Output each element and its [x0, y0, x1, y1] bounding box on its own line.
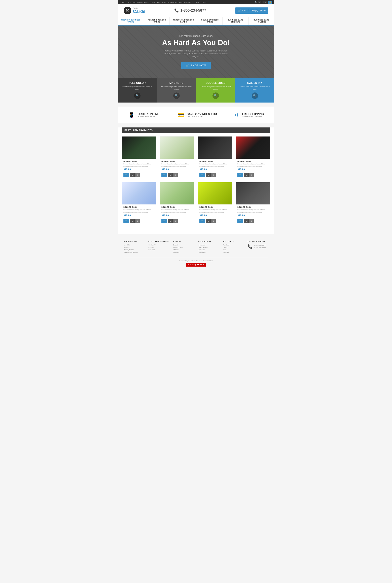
- footer-col-5: ONLINE SUPPORT 📞 1-800-234-5677 1-400-23…: [248, 240, 268, 254]
- product-name-5: DOLORE IPSUM: [124, 206, 154, 208]
- nav-account[interactable]: MY ACCOUNT: [137, 1, 149, 3]
- cart-items: 0 ITEM(S) - $0.00: [248, 9, 266, 12]
- footer-link-4-2[interactable]: RSS: [223, 249, 244, 251]
- nav-online-cards[interactable]: ONLINE BUSINESS CARDS: [198, 17, 222, 25]
- add-to-cart-8[interactable]: 🛒: [238, 219, 243, 223]
- footer-grid: INFORMATIONAbout UsDeliveryPrivacy Polic…: [124, 240, 268, 254]
- logo[interactable]: BC Business Cards: [124, 7, 145, 14]
- creditcard-icon: 💳: [177, 112, 184, 118]
- compare-5[interactable]: ≡: [135, 219, 140, 223]
- add-to-cart-7[interactable]: 🛒: [200, 219, 205, 223]
- compare-7[interactable]: ≡: [211, 219, 216, 223]
- nav-contact[interactable]: CONTACT US: [179, 1, 191, 3]
- product-name-4: DOLORE IPSUM: [238, 160, 268, 162]
- feature-doublesided: DOUBLE SIDED Finalize diem proin fututur…: [196, 78, 235, 102]
- copyright: Powered by OpenCart Business Cards © 201…: [179, 260, 213, 262]
- product-card-1: DOLORE IPSUM Donec vitae diam ut purus l…: [122, 136, 156, 179]
- footer-link-1-0[interactable]: Contact Us: [148, 244, 169, 246]
- nav-stickers[interactable]: BUSINESS CARD STICKERS: [222, 17, 249, 25]
- compare-8[interactable]: ≡: [249, 219, 254, 223]
- add-to-cart-4[interactable]: 🛒: [238, 173, 243, 177]
- product-actions-2: 🛒 ★ ≡: [160, 173, 194, 179]
- footer-link-3-0[interactable]: My Account: [198, 244, 219, 246]
- footer-link-3-1[interactable]: Order History: [198, 246, 219, 248]
- add-to-cart-3[interactable]: 🛒: [200, 173, 205, 177]
- footer-link-4-3[interactable]: YouTube: [223, 251, 244, 253]
- nav-folded-cards[interactable]: FOLDED BUSINESS CARDS: [144, 17, 170, 25]
- wishlist-5[interactable]: ★: [130, 219, 135, 223]
- phone-icon: 📞: [174, 8, 179, 13]
- language-selector[interactable]: En: [262, 1, 267, 4]
- main-nav: PREMIUM BUSINESS CARDS FOLDED BUSINESS C…: [118, 17, 274, 26]
- info-divider-1: [168, 111, 168, 119]
- shop-now-button[interactable]: 🛒 SHOP NOW: [181, 62, 211, 69]
- footer-link-1-1[interactable]: Returns: [148, 246, 169, 248]
- footer-link-0-0[interactable]: About Us: [124, 244, 144, 246]
- wishlist-3[interactable]: ★: [206, 173, 211, 177]
- compare-2[interactable]: ≡: [173, 173, 178, 177]
- add-to-cart-5[interactable]: 🛒: [124, 219, 129, 223]
- feature-magnetic-title: MAGNETIC: [160, 82, 193, 84]
- product-price-6: $25.99: [162, 214, 192, 217]
- footer-link-2-1[interactable]: Gift Vouchers: [173, 246, 194, 248]
- wishlist-4[interactable]: ★: [244, 173, 249, 177]
- cart-button[interactable]: 🛒 Cart: 0 ITEM(S) - $0.00: [235, 8, 268, 14]
- footer-link-4-1[interactable]: Twitter: [223, 246, 244, 248]
- nav-holders[interactable]: BUSINESS CARD HOLDERS: [249, 17, 274, 25]
- wishlist-6[interactable]: ★: [168, 219, 173, 223]
- add-to-cart-1[interactable]: 🛒: [124, 173, 129, 177]
- wishlist-1[interactable]: ★: [130, 173, 135, 177]
- top-bar-right: 🔍 $ En 🔒: [255, 0, 272, 4]
- product-image-6: [160, 182, 194, 204]
- product-card-3: DOLORE IPSUM Donec vitae diam ut purus l…: [198, 136, 232, 179]
- info-save-sub: USE CREDIT CARD: [187, 116, 217, 118]
- phone-info-icon: 📱: [128, 112, 135, 118]
- product-card-2: DOLORE IPSUM Donec vitae diam ut purus l…: [160, 136, 194, 179]
- nav-forum[interactable]: FORUM: [192, 1, 199, 3]
- compare-3[interactable]: ≡: [211, 173, 216, 177]
- footer-link-3-3[interactable]: Newsletter: [198, 251, 219, 253]
- currency-selector[interactable]: $: [258, 1, 261, 4]
- footer-link-0-3[interactable]: Terms & Conditions: [124, 251, 144, 253]
- footer-link-0-1[interactable]: Delivery: [124, 246, 144, 248]
- compare-6[interactable]: ≡: [173, 219, 178, 223]
- phone-number: 1-800-234-5677: [180, 8, 206, 13]
- support-phone2: 1-400-234-5678: [254, 247, 266, 249]
- footer-link-0-2[interactable]: Privacy Policy: [124, 249, 144, 251]
- product-actions-6: 🛒 ★ ≡: [160, 219, 194, 225]
- add-to-cart-2[interactable]: 🛒: [162, 173, 167, 177]
- wishlist-7[interactable]: ★: [206, 219, 211, 223]
- footer-link-2-0[interactable]: Brands: [173, 244, 194, 246]
- nav-personal-cards[interactable]: PERSONAL BUSINESS CARDS: [170, 17, 198, 25]
- info-save: 💳 SAVE 20% WHEN YOU USE CREDIT CARD: [177, 112, 217, 118]
- feature-doublesided-search[interactable]: 🔍: [212, 92, 219, 99]
- footer-link-3-2[interactable]: Wish List: [198, 249, 219, 251]
- footer-link-2-2[interactable]: Affiliates: [173, 249, 194, 251]
- header: BC Business Cards 📞 1-800-234-5677 🛒 Car…: [118, 4, 274, 17]
- footer-link-2-3[interactable]: Specials: [173, 251, 194, 253]
- feature-raisedink-search[interactable]: 🔍: [252, 92, 258, 99]
- footer-support-text-5: 1-800-234-5677 1-400-234-5678: [254, 244, 266, 249]
- hero-section: Let Your Business Card Work As Hard As Y…: [118, 26, 274, 78]
- nav-home[interactable]: HOME: [120, 1, 125, 3]
- wishlist-2[interactable]: ★: [168, 173, 173, 177]
- footer-link-4-0[interactable]: Facebook: [223, 244, 244, 246]
- nav-checkout[interactable]: CHECKOUT: [168, 1, 178, 3]
- search-icon[interactable]: 🔍: [255, 1, 257, 3]
- feature-fullcolor-desc: Finalize diem proin fututur luctus nulla…: [121, 86, 154, 90]
- wishlist-8[interactable]: ★: [244, 219, 249, 223]
- nav-wishlist[interactable]: WISH LIST: [127, 1, 136, 3]
- product-actions-8: 🛒 ★ ≡: [236, 219, 270, 225]
- compare-4[interactable]: ≡: [249, 173, 254, 177]
- compare-1[interactable]: ≡: [135, 173, 140, 177]
- nav-login[interactable]: LOGIN: [200, 1, 206, 3]
- footer-col-4: FOLLOW USFacebookTwitterRSSYouTube: [223, 240, 244, 254]
- nav-cart[interactable]: SHOPPING CART: [151, 1, 166, 3]
- product-price-7: $25.99: [200, 214, 230, 217]
- add-to-cart-6[interactable]: 🛒: [162, 219, 167, 223]
- nav-premium-cards[interactable]: PREMIUM BUSINESS CARDS: [118, 17, 144, 25]
- footer-link-1-2[interactable]: Site Map: [148, 249, 169, 251]
- feature-magnetic-search[interactable]: 🔍: [173, 92, 180, 99]
- feature-fullcolor-search[interactable]: 🔍: [134, 92, 140, 99]
- product-actions-5: 🛒 ★ ≡: [122, 219, 156, 225]
